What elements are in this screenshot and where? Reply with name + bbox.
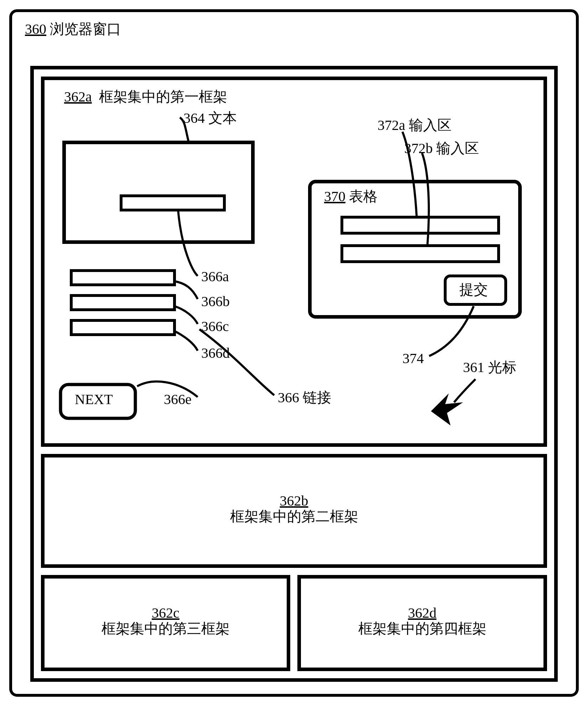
label-362b: 362b 框架集中的第二框架 [43, 493, 545, 524]
label-361: 361 光标 [463, 360, 516, 375]
label-362c: 362c 框架集中的第三框架 [43, 605, 288, 637]
svg-rect-0 [11, 11, 577, 695]
diagram-svg [0, 0, 588, 706]
svg-rect-4 [121, 196, 224, 210]
label-366d: 366d [201, 345, 230, 361]
svg-rect-11 [342, 246, 499, 262]
label-372b: 372b 输入区 [404, 141, 479, 156]
svg-rect-5 [71, 271, 175, 285]
svg-rect-6 [71, 296, 175, 310]
label-372a: 372a 输入区 [378, 117, 452, 133]
submit-button-text[interactable]: 提交 [459, 282, 488, 298]
label-362a: 362a 框架集中的第一框架 [64, 89, 227, 105]
label-374: 374 [402, 351, 424, 366]
label-366b: 366b [201, 294, 230, 309]
label-364: 364 文本 [183, 110, 237, 126]
label-362d: 362d 框架集中的第四框架 [299, 605, 545, 637]
num-364: 364 [183, 110, 205, 126]
label-370: 370 表格 [324, 189, 378, 204]
label-366a: 366a [201, 269, 229, 284]
svg-rect-3 [64, 142, 253, 242]
label-366e: 366e [164, 392, 192, 407]
next-button-text[interactable]: NEXT [75, 392, 113, 407]
label-366-group: 366 链接 [278, 390, 331, 406]
svg-rect-10 [342, 217, 499, 233]
diagram-root: 360 浏览器窗口 362a 框架集中的第一框架 364 文本 366a 366… [0, 0, 588, 706]
label-366c: 366c [201, 319, 229, 334]
svg-rect-7 [71, 320, 175, 335]
label-360: 360 浏览器窗口 [25, 21, 121, 37]
